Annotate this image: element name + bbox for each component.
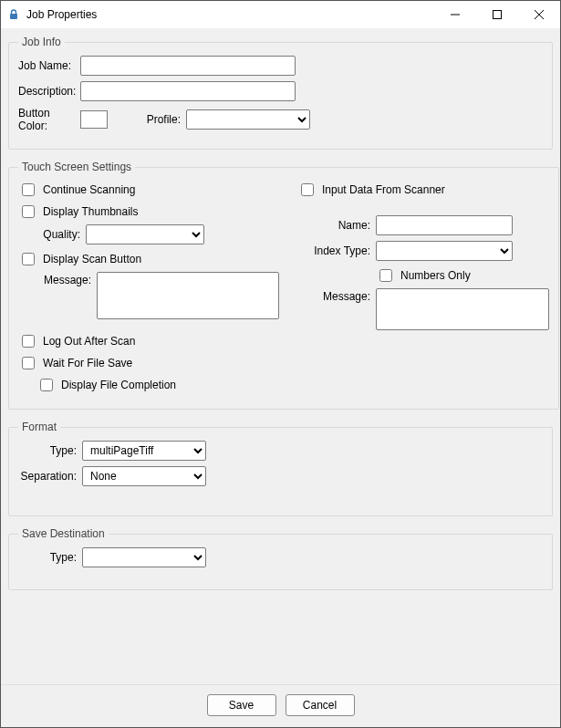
- quality-select[interactable]: [86, 224, 204, 244]
- index-type-label: Index Type:: [297, 244, 370, 257]
- client-area: Job Info Job Name: Description: Button C…: [1, 28, 560, 684]
- svg-rect-2: [493, 11, 502, 19]
- window-title: Job Properties: [26, 8, 434, 21]
- save-destination-group: Save Destination Type:: [8, 527, 553, 590]
- description-label: Description:: [18, 85, 80, 98]
- log-out-after-scan-label: Log Out After Scan: [43, 335, 135, 348]
- input-data-from-scanner-label: Input Data From Scanner: [322, 183, 445, 196]
- close-button[interactable]: [518, 1, 560, 28]
- footer: Save Cancel: [1, 684, 560, 727]
- button-color-label: Button Color:: [18, 107, 80, 132]
- input-message-label: Message:: [297, 288, 370, 303]
- scan-message-textarea[interactable]: [97, 272, 279, 319]
- touch-right-col: Input Data From Scanner Name: Index Type…: [297, 181, 549, 398]
- maximize-button[interactable]: [476, 1, 518, 28]
- wait-for-file-save-label: Wait For File Save: [43, 357, 132, 369]
- input-data-from-scanner-checkbox[interactable]: Input Data From Scanner: [297, 181, 549, 199]
- numbers-only-label: Numbers Only: [400, 269, 471, 282]
- window-buttons: [434, 1, 560, 28]
- separation-select[interactable]: None: [82, 466, 206, 486]
- save-type-label: Type:: [18, 551, 77, 564]
- display-scan-button-checkbox[interactable]: Display Scan Button: [18, 250, 279, 268]
- display-file-completion-checkbox[interactable]: Display File Completion: [36, 376, 279, 394]
- cancel-button[interactable]: Cancel: [286, 694, 355, 716]
- description-input[interactable]: [80, 81, 296, 101]
- separation-label: Separation:: [18, 470, 77, 483]
- format-group: Format Type: multiPageTiff Separation: N…: [8, 421, 553, 516]
- input-message-textarea[interactable]: [376, 288, 549, 330]
- titlebar: Job Properties: [1, 1, 560, 28]
- format-type-label: Type:: [18, 444, 77, 457]
- display-thumbnails-label: Display Thumbnails: [43, 205, 139, 218]
- save-button[interactable]: Save: [207, 694, 276, 716]
- continue-scanning-checkbox[interactable]: Continue Scanning: [18, 181, 279, 199]
- continue-scanning-label: Continue Scanning: [43, 183, 135, 196]
- profile-label: Profile:: [126, 113, 181, 126]
- profile-select[interactable]: [186, 109, 310, 130]
- display-scan-button-label: Display Scan Button: [43, 253, 141, 265]
- touch-screen-group: Touch Screen Settings Continue Scanning …: [8, 161, 559, 410]
- display-thumbnails-checkbox[interactable]: Display Thumbnails: [18, 203, 279, 221]
- minimize-button[interactable]: [434, 1, 476, 28]
- button-color-picker[interactable]: [80, 110, 108, 129]
- format-legend: Format: [18, 421, 60, 433]
- index-type-select[interactable]: [376, 241, 513, 261]
- format-type-select[interactable]: multiPageTiff: [82, 441, 206, 461]
- display-file-completion-label: Display File Completion: [61, 379, 176, 391]
- numbers-only-checkbox[interactable]: Numbers Only: [376, 266, 549, 285]
- name-input[interactable]: [376, 215, 513, 235]
- save-destination-legend: Save Destination: [18, 527, 109, 540]
- scan-message-label: Message:: [36, 272, 91, 286]
- touch-left-col: Continue Scanning Display Thumbnails Qua…: [18, 181, 279, 398]
- touch-screen-legend: Touch Screen Settings: [18, 161, 135, 173]
- wait-for-file-save-checkbox[interactable]: Wait For File Save: [18, 354, 279, 372]
- window-lock-icon: [6, 7, 21, 22]
- quality-label: Quality:: [36, 228, 80, 241]
- save-type-select[interactable]: [82, 547, 206, 567]
- svg-rect-0: [10, 14, 17, 19]
- log-out-after-scan-checkbox[interactable]: Log Out After Scan: [18, 332, 279, 350]
- job-info-legend: Job Info: [18, 36, 65, 48]
- job-name-label: Job Name:: [18, 59, 80, 72]
- job-name-input[interactable]: [80, 56, 296, 76]
- name-label: Name:: [297, 219, 370, 232]
- job-info-group: Job Info Job Name: Description: Button C…: [8, 36, 553, 150]
